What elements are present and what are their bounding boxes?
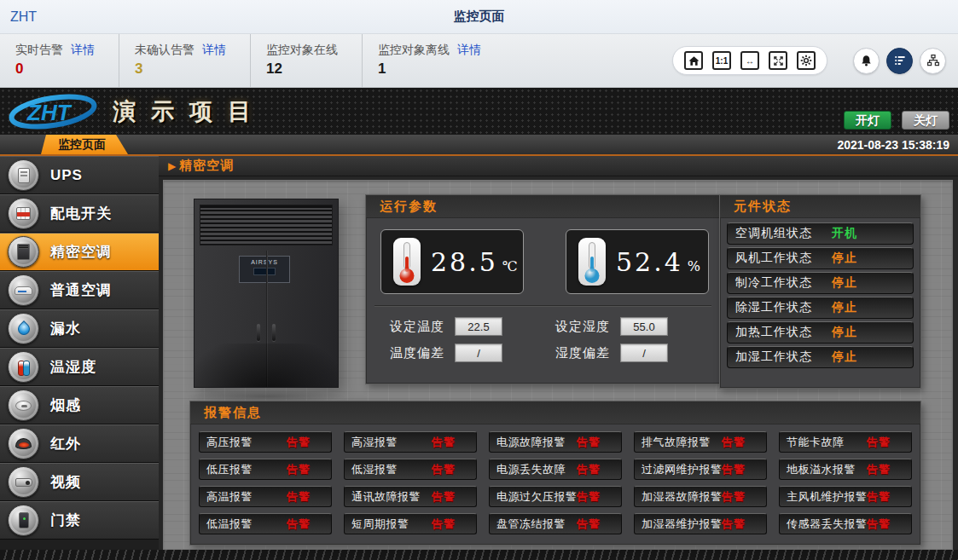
- status-value: 停止: [832, 325, 857, 340]
- realtime-detail-link[interactable]: 详情: [71, 43, 95, 58]
- alarm-item: 加湿器维护报警 告警: [634, 513, 767, 534]
- device-canvas: AIRSYS 运行参数: [163, 180, 953, 550]
- alarm-item: 高压报警 告警: [199, 431, 332, 453]
- light-off-button[interactable]: 关灯: [902, 111, 949, 130]
- monitoring-app: ZHT 监控页面 实时告警 详情 0 未确认告警 详情 3 监控对象在线 12: [0, 0, 958, 560]
- ac-screen: [253, 268, 276, 275]
- alarm-item: 低温报警 告警: [199, 513, 332, 534]
- humidity-gauge: 52.4%: [566, 229, 709, 294]
- light-on-button[interactable]: 开灯: [844, 111, 891, 130]
- temp-humidity-icon: [16, 360, 32, 375]
- alarm-label: 地板溢水报警: [780, 462, 856, 477]
- alarm-label: 高压报警: [200, 435, 253, 450]
- tab-monitoring-page[interactable]: 监控页面: [41, 135, 128, 154]
- alarm-item: 电源故障报警 告警: [489, 431, 622, 453]
- setting-value-field[interactable]: 22.5: [455, 317, 502, 336]
- alarm-status: 告警: [722, 462, 746, 477]
- sidebar-item[interactable]: UPS: [0, 156, 159, 194]
- fit-width-icon[interactable]: ↔: [740, 51, 759, 70]
- alarm-item: 过滤网维护报警 告警: [634, 459, 767, 480]
- alarm-status: 告警: [287, 462, 311, 477]
- sidebar-item[interactable]: 精密空调: [0, 233, 159, 271]
- ac-brand-label: AIRSYS: [240, 259, 289, 265]
- sidebar-item[interactable]: 配电开关: [0, 194, 159, 233]
- alarm-label: 盘管冻结报警: [490, 517, 566, 532]
- icon-ring: [8, 351, 39, 383]
- sidebar-item[interactable]: 漏水: [0, 309, 159, 348]
- setting-value-field[interactable]: /: [620, 344, 668, 362]
- zht-logo: ZHT: [7, 91, 101, 132]
- stat-value: 3: [135, 61, 226, 78]
- status-label: 加热工作状态: [728, 325, 812, 340]
- setting-label: 湿度偏差: [555, 345, 610, 361]
- status-label: 风机工作状态: [728, 251, 812, 266]
- alarm-label: 节能卡故障: [780, 435, 845, 450]
- alarm-status: 告警: [577, 435, 601, 450]
- precision-ac-icon: [17, 244, 30, 260]
- view-controls: 1:1 ↔: [672, 46, 827, 75]
- stat-realtime-alarms: 实时告警 详情 0: [12, 34, 119, 87]
- bell-icon[interactable]: [853, 48, 880, 74]
- alarm-status: 告警: [867, 489, 891, 505]
- stat-value: 0: [15, 61, 95, 78]
- alarm-item: 低压报警 告警: [199, 459, 332, 480]
- alarm-status: 告警: [867, 435, 891, 450]
- setting-value-field[interactable]: 55.0: [620, 317, 668, 336]
- alarm-label: 低温报警: [200, 517, 253, 532]
- settings-gear-icon[interactable]: [797, 51, 816, 70]
- alarm-item: 通讯故障报警 告警: [344, 486, 477, 507]
- sidebar-filler: [0, 540, 159, 550]
- humidity-unit: %: [688, 258, 700, 274]
- alarm-item: 传感器丢失报警 告警: [779, 513, 912, 534]
- icon-ring: [8, 159, 39, 191]
- sidebar-nav: UPS 配电开关 精密空调 普通空调: [0, 156, 159, 550]
- alarm-status: 告警: [287, 489, 311, 505]
- panel-title: 元件状态: [720, 195, 920, 218]
- alarm-list-icon[interactable]: [886, 48, 913, 74]
- alarm-status: 告警: [432, 517, 456, 532]
- alarm-status: 告警: [287, 517, 311, 532]
- offline-detail-link[interactable]: 详情: [457, 43, 481, 58]
- home-icon[interactable]: [684, 51, 703, 70]
- status-value: 停止: [832, 251, 857, 266]
- fullscreen-icon[interactable]: [769, 51, 787, 70]
- sidebar-item[interactable]: 红外: [0, 424, 159, 463]
- topology-icon[interactable]: [920, 48, 946, 74]
- status-value: 停止: [832, 275, 857, 291]
- alarm-item: 加湿器故障报警 告警: [634, 486, 767, 507]
- sidebar-item-label: 红外: [50, 434, 81, 453]
- setting-row: 温度偏差 /: [390, 344, 502, 362]
- sidebar-item-label: 烟感: [50, 395, 81, 415]
- temperature-unit: ℃: [502, 258, 518, 274]
- sidebar-item-label: 温湿度: [50, 357, 96, 377]
- smoke-icon: [15, 401, 32, 411]
- alarm-item: 节能卡故障 告警: [779, 431, 912, 453]
- section-header: ▶ 精密空调: [159, 156, 958, 176]
- alarm-status: 告警: [432, 435, 456, 450]
- icon-ring: [8, 198, 39, 229]
- status-row: 制冷工作状态 停止: [727, 272, 914, 294]
- brand-bar: ZHT 演示项目 开灯 关灯: [0, 88, 958, 135]
- status-row: 除湿工作状态 停止: [727, 297, 914, 319]
- actual-size-icon[interactable]: 1:1: [712, 51, 731, 70]
- alarm-label: 低湿报警: [345, 462, 398, 477]
- sidebar-item[interactable]: 普通空调: [0, 271, 159, 309]
- status-label: 除湿工作状态: [728, 300, 812, 315]
- icon-ring: [8, 274, 39, 306]
- alarm-label: 高温报警: [200, 489, 253, 505]
- alarm-item: 低湿报警 告警: [344, 459, 477, 480]
- alarm-status: 告警: [432, 462, 456, 477]
- sidebar-item[interactable]: 门禁: [0, 501, 159, 540]
- temperature-value: 28.5: [431, 247, 498, 277]
- unconfirmed-detail-link[interactable]: 详情: [202, 43, 226, 58]
- sidebar-item-label: UPS: [50, 167, 83, 184]
- sidebar-item[interactable]: 温湿度: [0, 348, 159, 386]
- temperature-gauge: 28.5℃: [380, 229, 524, 294]
- setting-label: 设定温度: [390, 319, 444, 335]
- setting-value-field[interactable]: /: [455, 344, 502, 362]
- sidebar-item[interactable]: 烟感: [0, 386, 159, 424]
- sidebar-item[interactable]: 视频: [0, 463, 159, 501]
- stat-value: 1: [378, 61, 481, 78]
- alarm-label: 传感器丢失报警: [780, 517, 868, 532]
- precision-ac-image: AIRSYS: [194, 199, 339, 388]
